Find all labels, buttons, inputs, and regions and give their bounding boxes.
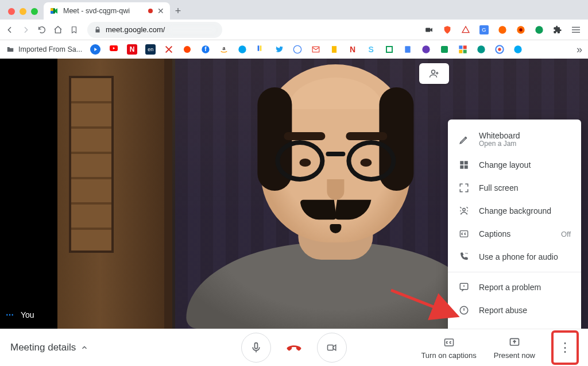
menu-item-report-problem[interactable]: Report a problem <box>448 276 581 299</box>
captions-label: Turn on captions <box>421 351 476 360</box>
extension-icon[interactable] <box>461 25 471 35</box>
svg-point-6 <box>498 26 506 33</box>
pencil-icon <box>458 134 470 145</box>
troubleshoot-icon <box>458 328 470 329</box>
menu-item-full-screen[interactable]: Full screen <box>448 176 581 199</box>
svg-point-18 <box>238 45 246 53</box>
bookmark-icon[interactable] <box>274 44 284 55</box>
bookmark-icon[interactable]: en <box>145 44 156 55</box>
bookmark-icon[interactable] <box>494 44 505 55</box>
meeting-details-button[interactable]: Meeting details <box>10 342 88 353</box>
bookmark-icon[interactable] <box>109 44 119 55</box>
bookmark-icon[interactable] <box>403 44 413 55</box>
window-controls[interactable] <box>5 8 44 20</box>
bookmark-button[interactable] <box>69 25 79 35</box>
right-controls: Turn on captions Present now ⋮ <box>421 332 578 364</box>
leave-call-button[interactable] <box>279 333 309 363</box>
menu-label: Whiteboard <box>479 131 520 140</box>
close-window-icon[interactable] <box>8 8 15 15</box>
bookmark-icon[interactable] <box>476 44 486 55</box>
bookmark-icon[interactable] <box>164 44 174 55</box>
svg-rect-43 <box>460 231 467 237</box>
self-label-text: You <box>21 310 34 319</box>
browser-chrome: Meet - svd-cqgm-qwi ✕ + meet.google.com/… <box>0 0 588 59</box>
extension-icon[interactable]: G <box>479 25 489 35</box>
self-label[interactable]: ⋯ You <box>6 310 34 319</box>
bookmark-icon[interactable] <box>292 44 303 55</box>
address-bar[interactable]: meet.google.com/ <box>87 22 222 38</box>
svg-rect-41 <box>465 165 468 169</box>
svg-point-36 <box>514 45 521 53</box>
bookmark-icon[interactable] <box>513 44 523 55</box>
bookmark-icon[interactable] <box>421 44 431 55</box>
svg-rect-32 <box>463 50 467 53</box>
svg-point-37 <box>432 70 435 74</box>
svg-rect-28 <box>441 46 448 53</box>
bookmark-icon[interactable] <box>90 44 100 55</box>
bookmark-folder[interactable]: Imported From Sa... <box>6 45 82 53</box>
bookmark-icon[interactable] <box>311 44 321 55</box>
maximize-window-icon[interactable] <box>31 8 38 15</box>
bookmark-icon[interactable] <box>329 44 339 55</box>
extension-icon[interactable] <box>516 25 526 35</box>
menu-item-change-layout[interactable]: Change layout <box>448 153 581 176</box>
menu-item-report-abuse[interactable]: Report abuse <box>448 299 581 322</box>
bookmark-icon[interactable] <box>256 44 266 55</box>
menu-item-change-background[interactable]: Change background <box>448 199 581 222</box>
bookmark-icon[interactable]: S <box>366 44 376 55</box>
chevron-up-icon <box>80 344 88 352</box>
mute-mic-button[interactable] <box>241 333 271 363</box>
svg-rect-1 <box>51 8 53 11</box>
tile-options-icon[interactable]: ⋯ <box>6 310 15 319</box>
home-button[interactable] <box>53 25 63 35</box>
svg-rect-20 <box>260 45 262 51</box>
extension-icon[interactable] <box>534 25 544 35</box>
extension-icon[interactable] <box>497 25 508 35</box>
menu-item-troubleshooting[interactable]: Troubleshooting & help <box>448 322 581 329</box>
more-options-menu: Whiteboard Open a Jam Change layout Full… <box>448 120 581 329</box>
menu-label: Use a phone for audio <box>479 252 558 261</box>
mic-icon <box>250 341 262 354</box>
camera-indicator-icon[interactable] <box>424 25 434 35</box>
menu-item-whiteboard[interactable]: Whiteboard Open a Jam <box>448 125 581 153</box>
new-tab-button[interactable]: + <box>170 5 186 20</box>
bookmarks-overflow-icon[interactable]: » <box>577 44 582 56</box>
bookmark-icon[interactable]: N <box>127 44 137 55</box>
bookmark-icon[interactable] <box>237 44 247 55</box>
people-button[interactable] <box>419 63 449 84</box>
video-stage: ⋯ You Whiteboard Open a Jam Change layou… <box>0 59 588 329</box>
recording-indicator-icon <box>148 9 153 13</box>
brave-shields-icon[interactable] <box>442 25 452 35</box>
bookmark-icon[interactable]: f <box>200 44 211 55</box>
bookmark-icon[interactable]: N <box>347 44 358 55</box>
bookmark-icon[interactable] <box>182 44 192 55</box>
bookmark-icon[interactable] <box>439 44 450 55</box>
more-options-button[interactable]: ⋮ <box>552 332 578 364</box>
captions-icon <box>458 228 470 240</box>
forward-button[interactable] <box>21 25 31 35</box>
svg-text:G: G <box>482 27 486 33</box>
toggle-camera-button[interactable] <box>317 333 347 363</box>
menu-item-phone-audio[interactable]: Use a phone for audio <box>448 245 581 268</box>
meeting-details-label: Meeting details <box>10 342 76 353</box>
menu-label: Report a problem <box>479 283 541 292</box>
reload-button[interactable] <box>37 25 47 35</box>
meet-logo-icon <box>49 6 59 16</box>
toolbar: meet.google.com/ G <box>0 20 588 40</box>
background-icon <box>458 205 470 217</box>
close-tab-icon[interactable]: ✕ <box>157 6 164 16</box>
svg-rect-11 <box>572 29 580 30</box>
bookmark-icon[interactable]: a <box>219 44 229 55</box>
minimize-window-icon[interactable] <box>20 8 26 15</box>
svg-rect-23 <box>332 46 336 53</box>
present-now-button[interactable]: Present now <box>494 336 535 360</box>
bookmark-icon[interactable] <box>384 44 394 55</box>
browser-tab[interactable]: Meet - svd-cqgm-qwi ✕ <box>44 2 170 20</box>
bottom-bar: Meeting details Turn on captions Present… <box>0 329 588 366</box>
extensions-menu-icon[interactable] <box>552 25 563 35</box>
browser-menu-icon[interactable] <box>571 25 581 35</box>
back-button[interactable] <box>5 25 15 35</box>
menu-item-captions[interactable]: Captions Off <box>448 222 581 245</box>
turn-on-captions-button[interactable]: Turn on captions <box>421 336 476 360</box>
bookmark-icon[interactable] <box>458 44 468 55</box>
